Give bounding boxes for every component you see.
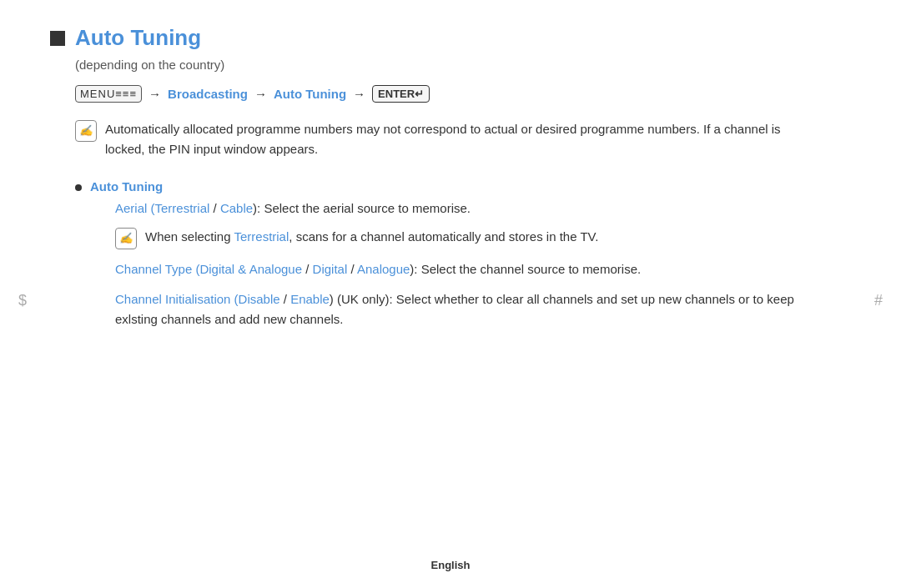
bullet-section: Auto Tuning Aerial (Terrestrial / Cable)… [75, 179, 834, 329]
arrow-3: → [353, 87, 365, 101]
channel-type-suffix: ): Select the channel source to memorise… [410, 262, 641, 276]
title-square-icon [50, 31, 65, 46]
channel-type-prefix: Channel Type (Digital & Analogue [115, 262, 302, 276]
arrow-1: → [148, 87, 161, 101]
digital-link: Digital [313, 262, 348, 276]
note-icon-2: ✍ [115, 228, 137, 249]
ct-slash-2: / [347, 262, 357, 276]
aerial-terrestrial-text: Aerial (Terrestrial [115, 201, 209, 215]
note-block-1: ✍ Automatically allocated programme numb… [75, 119, 809, 159]
enable-link: Enable [290, 292, 330, 306]
cable-text: Cable [220, 201, 253, 215]
menu-icon: MENU≡≡≡ [75, 85, 142, 103]
menu-path-row: MENU≡≡≡ → Broadcasting → Auto Tuning → E… [75, 85, 834, 103]
slash-1: / [209, 201, 220, 215]
note-icon-1: ✍ [75, 120, 97, 142]
ci-slash-1: / [280, 292, 291, 306]
auto-tuning-link: Auto Tuning [274, 87, 346, 101]
channel-type-line: Channel Type (Digital & Analogue / Digit… [115, 259, 799, 279]
indented-note-text: When selecting Terrestrial, scans for a … [145, 227, 598, 247]
channel-init-prefix: Channel Initialisation (Disable [115, 292, 280, 306]
aerial-line: Aerial (Terrestrial / Cable): Select the… [115, 199, 834, 219]
page-title: Auto Tuning [75, 25, 201, 51]
indented-note-suffix: , scans for a channel automatically and … [289, 229, 598, 244]
margin-symbol-left: $ [18, 292, 27, 309]
bullet-item: Auto Tuning [75, 179, 834, 193]
indented-note: ✍ When selecting Terrestrial, scans for … [115, 227, 799, 249]
aerial-content: Aerial (Terrestrial / Cable): Select the… [115, 199, 834, 329]
analogue-link: Analogue [357, 262, 410, 276]
bullet-title: Auto Tuning [90, 179, 163, 193]
terrestrial-link: Terrestrial [234, 229, 289, 244]
channel-init-line: Channel Initialisation (Disable / Enable… [115, 289, 799, 329]
indented-note-prefix: When selecting [145, 229, 234, 244]
subtitle: (depending on the country) [75, 58, 834, 72]
aerial-suffix: ): Select the aerial source to memorise. [253, 201, 471, 215]
arrow-2: → [254, 87, 267, 101]
note-text-1: Automatically allocated programme number… [105, 119, 809, 159]
title-row: Auto Tuning [50, 25, 834, 51]
enter-icon: ENTER↵ [372, 85, 430, 103]
bullet-dot [75, 184, 82, 191]
margin-symbol-right: # [874, 292, 883, 309]
footer-text: English [431, 559, 471, 571]
ct-slash-1: / [302, 262, 313, 276]
broadcasting-link: Broadcasting [168, 87, 248, 101]
